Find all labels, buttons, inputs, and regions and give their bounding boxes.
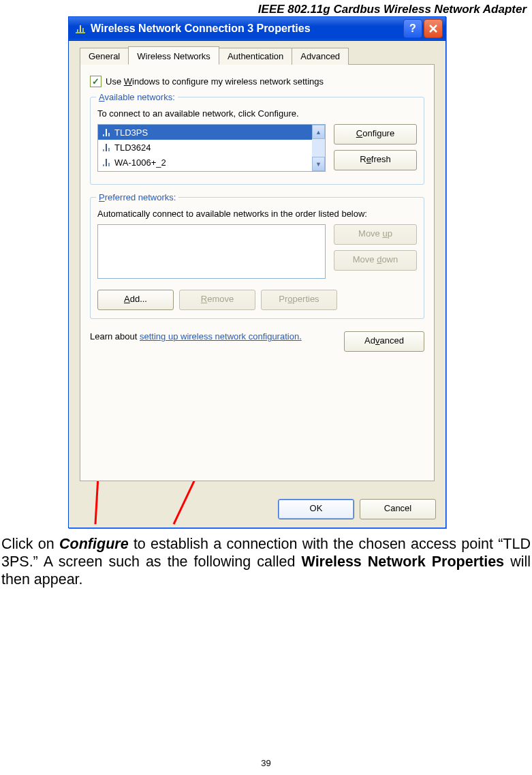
- titlebar[interactable]: Wireless Network Connection 3 Properties…: [69, 17, 445, 41]
- svg-rect-9: [108, 148, 110, 151]
- list-item-label: TLD3624: [114, 142, 151, 153]
- tab-general[interactable]: General: [80, 48, 129, 65]
- use-windows-checkbox[interactable]: ✓: [90, 76, 101, 87]
- svg-rect-8: [103, 149, 104, 151]
- refresh-button[interactable]: Refresh: [334, 150, 417, 170]
- svg-rect-10: [106, 159, 107, 166]
- move-up-button[interactable]: Move up: [334, 224, 417, 245]
- svg-rect-2: [77, 29, 78, 32]
- move-down-button[interactable]: Move down: [334, 250, 417, 271]
- learn-about-text: Learn about setting up wireless network …: [90, 331, 344, 341]
- preferred-legend: Preferred networks:: [96, 192, 178, 202]
- svg-rect-5: [103, 134, 104, 136]
- preferred-networks-list[interactable]: [97, 224, 326, 279]
- tab-advanced[interactable]: Advanced: [292, 48, 349, 65]
- scroll-up-icon[interactable]: ▲: [312, 125, 325, 139]
- scrollbar[interactable]: ▲ ▼: [312, 125, 325, 171]
- preferred-networks-group: Preferred networks: Automatically connec…: [90, 197, 424, 319]
- cancel-button[interactable]: Cancel: [360, 499, 436, 519]
- page-number: 39: [0, 758, 532, 768]
- tab-strip: General Wireless Networks Authentication…: [80, 48, 435, 65]
- document-paragraph: Click on Configure to establish a connec…: [0, 528, 532, 589]
- svg-rect-4: [106, 129, 107, 136]
- configure-button[interactable]: Configure: [334, 124, 417, 145]
- available-networks-group: Available networks: To connect to an ava…: [90, 97, 424, 185]
- preferred-instruction: Automatically connect to available netwo…: [97, 209, 417, 219]
- scroll-down-icon[interactable]: ▼: [312, 157, 325, 171]
- wifi-icon: [101, 127, 112, 138]
- use-windows-label: Use Windows to configure my wireless net…: [106, 76, 324, 87]
- available-networks-list[interactable]: TLD3PS TLD3624: [97, 124, 326, 172]
- window-title: Wireless Network Connection 3 Properties: [91, 22, 402, 35]
- remove-button[interactable]: Remove: [179, 290, 255, 310]
- properties-dialog: Wireless Network Connection 3 Properties…: [68, 16, 446, 528]
- tab-wireless-networks[interactable]: Wireless Networks: [128, 46, 219, 65]
- list-item[interactable]: WA-1006+_2: [98, 155, 312, 170]
- svg-rect-11: [103, 164, 104, 166]
- list-item[interactable]: TLD3624: [98, 140, 312, 155]
- scroll-track[interactable]: [312, 139, 325, 157]
- available-instruction: To connect to an available network, clic…: [97, 108, 417, 119]
- ok-button[interactable]: OK: [278, 499, 354, 519]
- learn-link[interactable]: setting up wireless network configuratio…: [140, 331, 302, 341]
- list-item-label: WA-1006+_2: [114, 157, 166, 168]
- app-icon: [74, 22, 87, 35]
- svg-rect-7: [106, 144, 107, 151]
- help-button[interactable]: ?: [403, 19, 422, 38]
- svg-rect-12: [108, 163, 110, 166]
- tab-authentication[interactable]: Authentication: [219, 48, 292, 65]
- svg-rect-1: [76, 32, 85, 33]
- available-legend: Available networks:: [96, 92, 178, 102]
- svg-rect-3: [82, 28, 84, 32]
- advanced-button[interactable]: Advanced: [344, 331, 424, 352]
- close-button[interactable]: [424, 19, 443, 38]
- properties-button[interactable]: Properties: [261, 290, 337, 310]
- wireless-tab-panel: ✓ Use Windows to configure my wireless n…: [80, 64, 435, 481]
- wifi-icon: [101, 142, 112, 153]
- add-button[interactable]: Add...: [97, 290, 174, 310]
- document-header: IEEE 802.11g Cardbus Wireless Network Ad…: [0, 0, 532, 16]
- wifi-icon: [101, 157, 112, 168]
- list-item[interactable]: TLD3PS: [98, 125, 312, 140]
- list-item-label: TLD3PS: [114, 127, 148, 138]
- svg-rect-6: [108, 133, 110, 136]
